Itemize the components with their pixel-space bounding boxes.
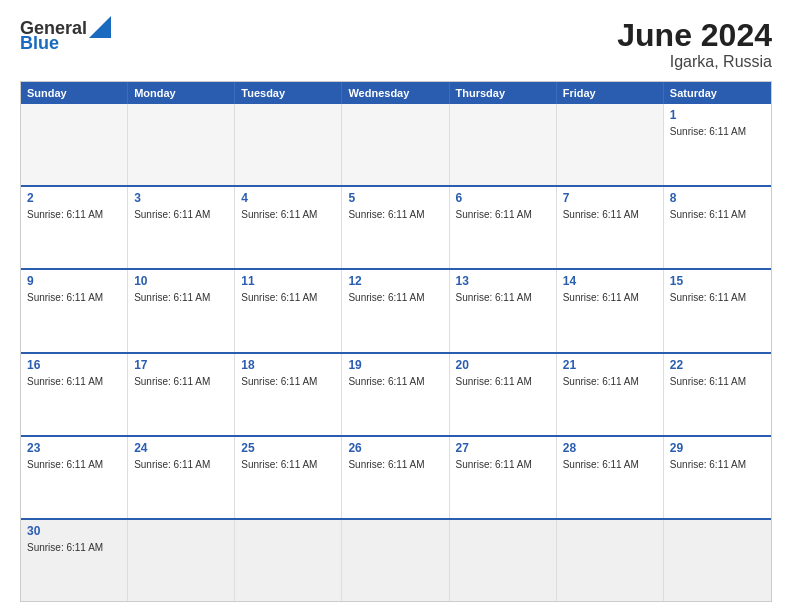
- day-number: 8: [670, 191, 765, 205]
- day-number: 13: [456, 274, 550, 288]
- calendar-row-3: 9Sunrise: 6:11 AM10Sunrise: 6:11 AM11Sun…: [21, 268, 771, 351]
- sunrise-time: Sunrise: 6:11 AM: [134, 459, 210, 470]
- day-number: 14: [563, 274, 657, 288]
- calendar-cell-4-4: 19Sunrise: 6:11 AM: [342, 354, 449, 435]
- calendar-cell-2-6: 7Sunrise: 6:11 AM: [557, 187, 664, 268]
- calendar-cell-5-1: 23Sunrise: 6:11 AM: [21, 437, 128, 518]
- calendar-cell-4-7: 22Sunrise: 6:11 AM: [664, 354, 771, 435]
- calendar-cell-6-2: [128, 520, 235, 601]
- header-saturday: Saturday: [664, 82, 771, 104]
- calendar-cell-4-3: 18Sunrise: 6:11 AM: [235, 354, 342, 435]
- sunrise-time: Sunrise: 6:11 AM: [27, 209, 103, 220]
- page-header: General Blue June 2024 Igarka, Russia: [20, 18, 772, 71]
- calendar-cell-2-2: 3Sunrise: 6:11 AM: [128, 187, 235, 268]
- header-thursday: Thursday: [450, 82, 557, 104]
- sunrise-time: Sunrise: 6:11 AM: [670, 376, 746, 387]
- calendar-cell-5-6: 28Sunrise: 6:11 AM: [557, 437, 664, 518]
- sunrise-time: Sunrise: 6:11 AM: [456, 376, 532, 387]
- day-number: 21: [563, 358, 657, 372]
- day-number: 5: [348, 191, 442, 205]
- location-label: Igarka, Russia: [617, 53, 772, 71]
- calendar-cell-1-4: [342, 104, 449, 185]
- calendar-grid: Sunday Monday Tuesday Wednesday Thursday…: [20, 81, 772, 602]
- calendar-cell-2-4: 5Sunrise: 6:11 AM: [342, 187, 449, 268]
- day-number: 29: [670, 441, 765, 455]
- day-number: 28: [563, 441, 657, 455]
- svg-marker-0: [89, 16, 111, 38]
- calendar-cell-6-3: [235, 520, 342, 601]
- calendar-cell-4-2: 17Sunrise: 6:11 AM: [128, 354, 235, 435]
- calendar-cell-6-5: [450, 520, 557, 601]
- calendar-cell-1-6: [557, 104, 664, 185]
- sunrise-time: Sunrise: 6:11 AM: [456, 459, 532, 470]
- calendar-cell-2-7: 8Sunrise: 6:11 AM: [664, 187, 771, 268]
- day-number: 10: [134, 274, 228, 288]
- sunrise-time: Sunrise: 6:11 AM: [27, 542, 103, 553]
- sunrise-time: Sunrise: 6:11 AM: [670, 126, 746, 137]
- header-tuesday: Tuesday: [235, 82, 342, 104]
- calendar-cell-6-7: [664, 520, 771, 601]
- calendar-page: General Blue June 2024 Igarka, Russia Su…: [0, 0, 792, 612]
- day-number: 26: [348, 441, 442, 455]
- calendar-cell-2-1: 2Sunrise: 6:11 AM: [21, 187, 128, 268]
- calendar-cell-3-6: 14Sunrise: 6:11 AM: [557, 270, 664, 351]
- day-number: 3: [134, 191, 228, 205]
- header-friday: Friday: [557, 82, 664, 104]
- day-number: 2: [27, 191, 121, 205]
- calendar-cell-1-5: [450, 104, 557, 185]
- day-number: 30: [27, 524, 121, 538]
- sunrise-time: Sunrise: 6:11 AM: [456, 209, 532, 220]
- calendar-cell-1-7: 1Sunrise: 6:11 AM: [664, 104, 771, 185]
- sunrise-time: Sunrise: 6:11 AM: [27, 376, 103, 387]
- calendar-row-4: 16Sunrise: 6:11 AM17Sunrise: 6:11 AM18Su…: [21, 352, 771, 435]
- day-number: 25: [241, 441, 335, 455]
- calendar-cell-6-1: 30Sunrise: 6:11 AM: [21, 520, 128, 601]
- calendar-cell-4-1: 16Sunrise: 6:11 AM: [21, 354, 128, 435]
- sunrise-time: Sunrise: 6:11 AM: [563, 376, 639, 387]
- logo: General Blue: [20, 18, 111, 52]
- day-number: 19: [348, 358, 442, 372]
- logo-blue: Blue: [20, 34, 59, 52]
- calendar-cell-3-2: 10Sunrise: 6:11 AM: [128, 270, 235, 351]
- calendar-row-1: 1Sunrise: 6:11 AM: [21, 104, 771, 185]
- day-number: 7: [563, 191, 657, 205]
- day-number: 1: [670, 108, 765, 122]
- sunrise-time: Sunrise: 6:11 AM: [670, 459, 746, 470]
- calendar-cell-1-2: [128, 104, 235, 185]
- day-number: 12: [348, 274, 442, 288]
- sunrise-time: Sunrise: 6:11 AM: [241, 209, 317, 220]
- calendar-body: 1Sunrise: 6:11 AM2Sunrise: 6:11 AM3Sunri…: [21, 104, 771, 601]
- sunrise-time: Sunrise: 6:11 AM: [27, 459, 103, 470]
- calendar-cell-4-6: 21Sunrise: 6:11 AM: [557, 354, 664, 435]
- sunrise-time: Sunrise: 6:11 AM: [563, 292, 639, 303]
- calendar-cell-4-5: 20Sunrise: 6:11 AM: [450, 354, 557, 435]
- day-number: 23: [27, 441, 121, 455]
- calendar-cell-3-1: 9Sunrise: 6:11 AM: [21, 270, 128, 351]
- calendar-cell-5-5: 27Sunrise: 6:11 AM: [450, 437, 557, 518]
- sunrise-time: Sunrise: 6:11 AM: [348, 209, 424, 220]
- day-number: 4: [241, 191, 335, 205]
- sunrise-time: Sunrise: 6:11 AM: [563, 459, 639, 470]
- day-number: 24: [134, 441, 228, 455]
- calendar-cell-6-4: [342, 520, 449, 601]
- title-block: June 2024 Igarka, Russia: [617, 18, 772, 71]
- month-year-title: June 2024: [617, 18, 772, 53]
- calendar-cell-5-2: 24Sunrise: 6:11 AM: [128, 437, 235, 518]
- calendar-cell-2-3: 4Sunrise: 6:11 AM: [235, 187, 342, 268]
- logo-triangle-icon: [89, 16, 111, 38]
- calendar-cell-3-4: 12Sunrise: 6:11 AM: [342, 270, 449, 351]
- calendar-row-5: 23Sunrise: 6:11 AM24Sunrise: 6:11 AM25Su…: [21, 435, 771, 518]
- sunrise-time: Sunrise: 6:11 AM: [134, 376, 210, 387]
- sunrise-time: Sunrise: 6:11 AM: [348, 459, 424, 470]
- sunrise-time: Sunrise: 6:11 AM: [134, 209, 210, 220]
- calendar-cell-5-3: 25Sunrise: 6:11 AM: [235, 437, 342, 518]
- calendar-cell-3-5: 13Sunrise: 6:11 AM: [450, 270, 557, 351]
- sunrise-time: Sunrise: 6:11 AM: [348, 292, 424, 303]
- calendar-cell-1-3: [235, 104, 342, 185]
- calendar-cell-1-1: [21, 104, 128, 185]
- calendar-cell-5-4: 26Sunrise: 6:11 AM: [342, 437, 449, 518]
- sunrise-time: Sunrise: 6:11 AM: [241, 376, 317, 387]
- calendar-cell-3-3: 11Sunrise: 6:11 AM: [235, 270, 342, 351]
- sunrise-time: Sunrise: 6:11 AM: [563, 209, 639, 220]
- day-number: 20: [456, 358, 550, 372]
